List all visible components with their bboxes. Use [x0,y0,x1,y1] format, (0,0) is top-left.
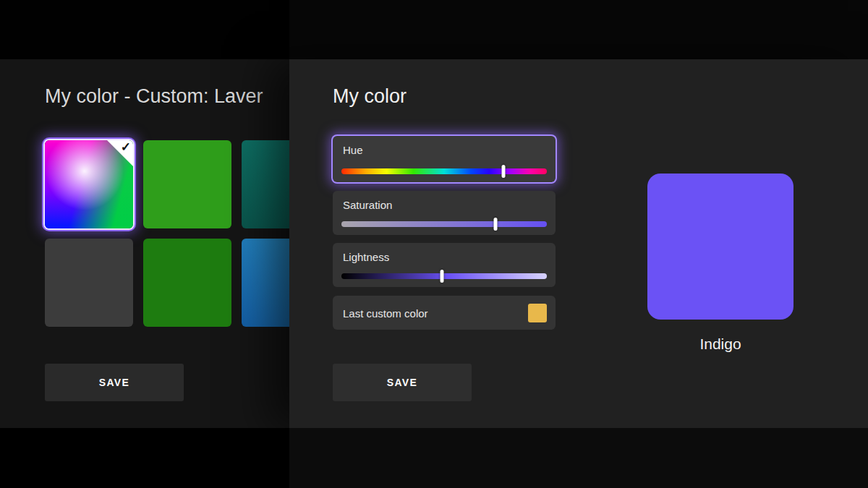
hue-slider-group[interactable]: Hue [333,136,556,182]
background-save-button[interactable]: SAVE [45,364,184,401]
lightness-slider-handle[interactable] [441,270,444,283]
background-panel-title: My color - Custom: Laver [45,85,263,108]
hue-slider-handle[interactable] [502,165,506,178]
hue-label: Hue [343,144,363,156]
swatch-blue[interactable] [242,239,289,327]
color-preview-name: Indigo [647,335,793,353]
screen: My color - Custom: Laver ✓ SAVE My color… [0,0,868,488]
last-custom-color-row[interactable]: Last custom color [333,296,556,330]
top-letterbox-bar-right [289,0,868,59]
dialog-save-button[interactable]: SAVE [333,364,472,401]
color-preview-swatch [647,174,793,320]
checkmark-icon: ✓ [121,140,131,155]
lightness-label: Lightness [343,251,389,263]
bottom-letterbox-bar-right [289,428,868,488]
lightness-slider-group[interactable]: Lightness [333,243,556,287]
saturation-slider-handle[interactable] [494,218,498,231]
swatch-gray[interactable] [45,239,133,327]
custom-color-dialog: My color Hue Saturation Lightness [289,59,868,428]
swatch-custom-rainbow[interactable]: ✓ [45,140,133,228]
background-color-picker-panel: My color - Custom: Laver ✓ SAVE [0,59,289,428]
color-swatch-grid: ✓ [45,140,289,327]
hue-slider-track[interactable] [341,168,547,174]
saturation-slider-group[interactable]: Saturation [333,191,556,235]
saturation-label: Saturation [343,199,392,211]
swatch-teal[interactable] [242,140,289,228]
last-custom-color-swatch[interactable] [528,304,547,322]
saturation-slider-track[interactable] [341,221,547,227]
content-area: My color - Custom: Laver ✓ SAVE My color… [0,59,868,428]
lightness-slider-track[interactable] [341,273,547,279]
last-custom-color-label: Last custom color [343,307,428,319]
swatch-green[interactable] [143,140,231,228]
swatch-dark-green[interactable] [143,239,231,327]
dialog-title: My color [333,85,407,108]
